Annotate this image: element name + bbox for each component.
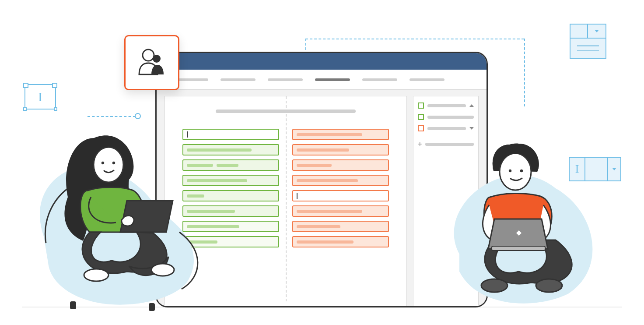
toolbar-tab-active[interactable] xyxy=(315,78,350,81)
svg-point-9 xyxy=(500,153,531,190)
field-value-placeholder xyxy=(297,164,332,167)
connector-line xyxy=(524,39,525,106)
color-swatch xyxy=(418,114,424,120)
legend-label-placeholder xyxy=(427,104,466,107)
chevron-down-icon xyxy=(469,127,474,130)
svg-point-11 xyxy=(520,170,523,172)
field-value-placeholder xyxy=(297,133,362,136)
legend-row[interactable] xyxy=(418,100,474,111)
connector-line xyxy=(305,39,524,39)
users-badge xyxy=(124,35,179,90)
form-columns xyxy=(182,129,389,247)
legend-label-placeholder xyxy=(427,127,466,130)
svg-point-6 xyxy=(112,162,115,164)
svg-point-10 xyxy=(509,170,511,172)
app-menubar xyxy=(157,53,486,70)
form-field[interactable] xyxy=(292,190,389,201)
app-toolbar xyxy=(157,70,486,90)
person-left-illustration xyxy=(35,123,210,311)
field-value-placeholder xyxy=(217,164,238,167)
svg-point-8 xyxy=(151,264,174,276)
person-right-illustration xyxy=(446,131,604,315)
text-caret xyxy=(297,193,298,199)
form-field[interactable] xyxy=(292,129,389,140)
field-value-placeholder xyxy=(297,210,362,213)
form-field[interactable] xyxy=(292,175,389,186)
svg-point-1 xyxy=(153,55,161,63)
svg-point-0 xyxy=(143,49,154,61)
form-field[interactable] xyxy=(292,205,389,217)
text-frame-icon: I xyxy=(24,84,56,110)
toolbar-tab[interactable] xyxy=(410,78,444,81)
toolbar-tab[interactable] xyxy=(362,78,397,81)
svg-rect-3 xyxy=(149,303,155,311)
field-value-placeholder xyxy=(297,148,349,152)
field-value-placeholder xyxy=(297,225,340,228)
connector-node xyxy=(135,113,141,119)
form-field[interactable] xyxy=(292,221,389,232)
svg-rect-14 xyxy=(492,246,545,251)
form-column-right xyxy=(292,129,389,247)
column-divider xyxy=(286,96,287,301)
svg-point-13 xyxy=(536,279,562,292)
legend-label-placeholder xyxy=(427,116,474,119)
field-value-placeholder xyxy=(297,240,354,244)
form-field[interactable] xyxy=(292,159,389,171)
connector-line xyxy=(88,116,136,117)
chevron-up-icon xyxy=(469,104,474,107)
field-value-placeholder xyxy=(297,179,358,182)
form-field[interactable] xyxy=(292,236,389,247)
table-dropdown-icon xyxy=(570,24,606,59)
svg-point-5 xyxy=(102,162,104,164)
svg-point-7 xyxy=(84,269,108,281)
toolbar-tab[interactable] xyxy=(268,78,303,81)
svg-point-4 xyxy=(94,147,123,182)
color-swatch xyxy=(418,102,424,109)
svg-point-12 xyxy=(481,279,508,292)
form-field[interactable] xyxy=(292,144,389,155)
color-swatch xyxy=(418,125,424,131)
users-icon xyxy=(136,47,167,78)
legend-row[interactable] xyxy=(418,111,474,123)
toolbar-tab[interactable] xyxy=(220,78,256,81)
plus-icon: + xyxy=(418,141,422,148)
svg-rect-2 xyxy=(70,301,76,309)
